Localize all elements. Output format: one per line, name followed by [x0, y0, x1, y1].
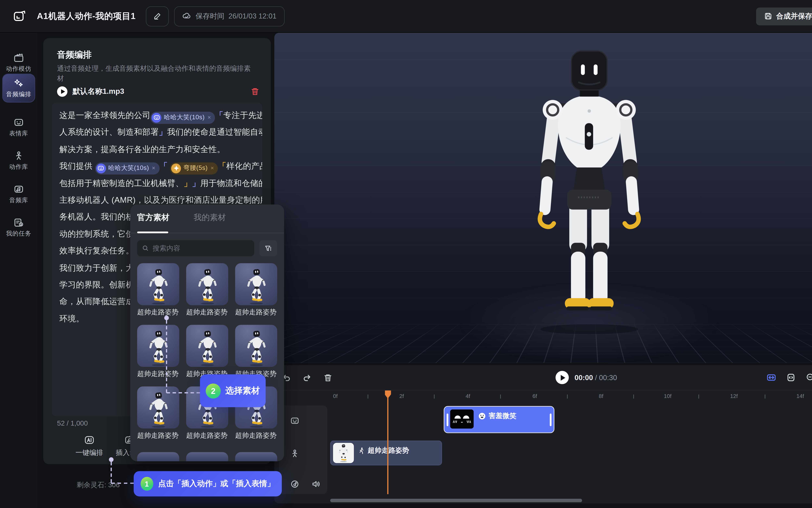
track-headers — [279, 406, 327, 494]
tag-bend[interactable]: 弯腰(5s)× — [170, 162, 218, 174]
asset-card[interactable]: 超帅走路姿势 — [137, 386, 179, 441]
clip-trim-handle-left[interactable] — [447, 413, 448, 426]
active-tab-underline — [137, 231, 168, 233]
delete-clip-button[interactable] — [323, 373, 333, 382]
delete-audio-button[interactable] — [251, 87, 259, 96]
sidebar-item-audio-arrange[interactable]: 音频编排 — [2, 74, 35, 102]
asset-thumbnail — [186, 325, 228, 367]
music-box-icon — [13, 184, 24, 195]
panel-title: 音频编排 — [57, 49, 92, 60]
sidebar-item-audio-lib[interactable]: 音频库 — [2, 180, 35, 208]
sidebar-item-expression-lib[interactable]: 表情库 — [2, 113, 35, 142]
filter-button[interactable] — [259, 240, 277, 256]
rename-button[interactable] — [146, 6, 169, 26]
save-time-label: 保存时间 — [196, 11, 224, 21]
zoom-out-button[interactable] — [806, 373, 812, 385]
one-click-arrange-button[interactable]: 一键编排 — [76, 434, 103, 458]
asset-picker-popup: 官方素材 我的素材 超帅走路姿势... 超帅走路姿势 超帅走路姿势 超帅走路姿势… — [130, 205, 284, 461]
laugh-face-icon — [97, 165, 105, 172]
track-area[interactable]: 害羞微笑 超帅走路姿势 — [329, 402, 812, 495]
walking-person-icon — [358, 447, 365, 454]
sidebar-item-motion-lib[interactable]: 动作库 — [2, 146, 35, 175]
sidebar-item-motion-mimic[interactable]: 动作模仿 — [2, 48, 35, 77]
cloud-check-icon — [182, 11, 192, 21]
char-counter: 52 / 1,000 — [57, 419, 88, 427]
expression-clip[interactable]: 害羞微笑 — [444, 406, 554, 433]
asset-card[interactable]: 超帅走路姿势 — [235, 325, 277, 379]
timeline-toolbar: 00:00 / 00:30 — [274, 365, 812, 390]
person-icon — [13, 150, 24, 161]
asset-card[interactable]: 超帅走路姿势 — [186, 325, 228, 379]
timeline-scrollbar[interactable] — [330, 499, 582, 502]
asset-card[interactable]: 超帅走路姿势 — [186, 263, 228, 318]
asset-card[interactable]: 超帅走路姿势 — [235, 263, 277, 318]
time-display: 00:00 / 00:30 — [575, 374, 617, 382]
floppy-icon — [764, 12, 772, 20]
redo-button[interactable] — [302, 373, 312, 382]
asset-search-field[interactable] — [137, 240, 254, 256]
asset-thumbnail — [235, 325, 277, 367]
asset-thumbnail — [137, 325, 179, 367]
tag-laugh[interactable]: 哈哈大笑(10s)× — [95, 162, 160, 174]
remove-tag-icon[interactable]: × — [152, 160, 155, 177]
robot-model[interactable] — [523, 49, 656, 337]
search-input[interactable] — [153, 244, 249, 252]
timeline-ruler[interactable]: 0f 2f 4f 6f 8f 10f 12f 14f 16f — [329, 390, 812, 402]
clapperboard-icon — [13, 52, 24, 63]
funnel-icon — [265, 244, 272, 252]
tab-my-assets[interactable]: 我的素材 — [194, 212, 226, 223]
step-number-badge: 1 — [140, 477, 153, 491]
expression-thumbnail — [450, 408, 474, 430]
sidebar-item-my-tasks[interactable]: 我的任务 — [2, 213, 35, 242]
motion-thumbnail — [333, 443, 354, 463]
tutorial-connector-dot — [109, 457, 114, 462]
audio-file-row: 默认名称1.mp3 — [57, 85, 259, 98]
clip-trim-handle-right[interactable] — [550, 413, 552, 426]
sparkles-icon — [13, 78, 24, 89]
playhead[interactable] — [387, 390, 389, 494]
tutorial-connector-line — [111, 462, 112, 483]
tab-official-assets[interactable]: 官方素材 — [137, 212, 169, 223]
search-icon — [142, 245, 149, 252]
remove-tag-icon[interactable]: × — [208, 109, 211, 126]
expression-track-icon — [290, 416, 300, 426]
remove-tag-icon[interactable]: × — [210, 160, 214, 177]
save-time-indicator: 保存时间 26/01/03 12:01 — [174, 6, 285, 26]
app-logo-icon — [13, 9, 27, 23]
panel-description: 通过音频处理，生成音频素材以及融合动作和表情的音频编排素材 — [57, 64, 253, 84]
tutorial-step-1: 1 点击「插入动作」或「插入表情」 — [134, 471, 282, 497]
asset-thumbnail — [186, 263, 228, 305]
play-audio-button[interactable] — [57, 86, 68, 97]
asset-card[interactable]: 超帅走路姿势 — [137, 325, 179, 379]
asset-thumbnail — [235, 263, 277, 305]
timeline-panel: 00:00 / 00:30 0f 2f 4f 6f 8f 10f 12f 14f… — [274, 365, 812, 503]
audio-file-name: 默认名称1.mp3 — [73, 86, 124, 97]
emoji-face-icon — [478, 412, 486, 420]
project-title: A1机器人动作-我的项目1 — [37, 11, 135, 22]
tutorial-step-2: 2 选择素材 — [200, 374, 266, 407]
synthesize-save-button[interactable]: 合成并保存 — [756, 7, 812, 25]
asset-card[interactable]: 超帅走路姿势... — [137, 263, 179, 318]
asset-row-partial — [137, 452, 277, 461]
tutorial-connector-line — [166, 320, 167, 393]
motion-track-icon — [290, 449, 300, 458]
fit-timeline-button[interactable] — [767, 373, 776, 385]
audio-track-icon — [290, 479, 300, 489]
star-person-icon — [173, 165, 179, 172]
save-time-value: 26/01/03 12:01 — [229, 12, 277, 20]
remaining-gems: 剩余灵石: 306 — [77, 480, 120, 490]
tutorial-connector-line — [111, 483, 134, 484]
synthesize-save-label: 合成并保存 — [776, 11, 812, 21]
task-list-icon — [13, 217, 24, 228]
asset-thumbnail — [137, 263, 179, 305]
clip-range-button[interactable] — [786, 373, 796, 385]
tutorial-connector-dot — [164, 316, 169, 320]
motion-clip[interactable]: 超帅走路姿势 — [330, 441, 442, 465]
mute-track-icon[interactable] — [311, 479, 321, 489]
step-number-badge: 2 — [206, 383, 221, 398]
3d-viewport[interactable]: Z Y X — [274, 33, 812, 363]
ai-icon — [84, 434, 95, 446]
play-button[interactable] — [556, 371, 569, 384]
laugh-face-icon — [153, 114, 160, 121]
tag-laugh[interactable]: 哈哈大笑(10s)× — [151, 112, 215, 124]
